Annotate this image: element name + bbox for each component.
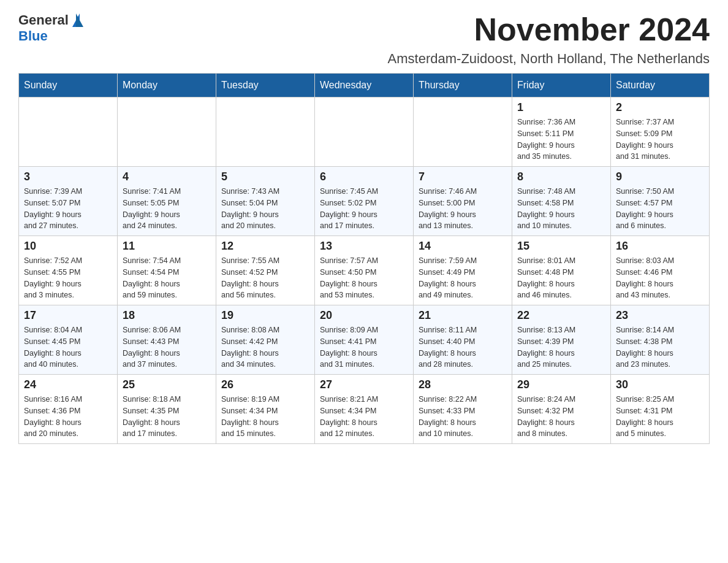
calendar-cell: 18Sunrise: 8:06 AM Sunset: 4:43 PM Dayli… (118, 305, 216, 375)
day-info: Sunrise: 7:41 AM Sunset: 5:05 PM Dayligh… (123, 186, 211, 232)
day-info: Sunrise: 8:24 AM Sunset: 4:32 PM Dayligh… (517, 394, 605, 440)
day-info: Sunrise: 7:59 AM Sunset: 4:49 PM Dayligh… (419, 255, 507, 301)
calendar-cell: 17Sunrise: 8:04 AM Sunset: 4:45 PM Dayli… (19, 305, 118, 375)
day-info: Sunrise: 8:04 AM Sunset: 4:45 PM Dayligh… (24, 324, 112, 370)
calendar-cell: 13Sunrise: 7:57 AM Sunset: 4:50 PM Dayli… (315, 236, 414, 305)
day-number: 25 (123, 378, 211, 391)
calendar-cell: 8Sunrise: 7:48 AM Sunset: 4:58 PM Daylig… (512, 167, 611, 236)
day-number: 18 (123, 309, 211, 322)
calendar-week-1: 1Sunrise: 7:36 AM Sunset: 5:11 PM Daylig… (19, 98, 710, 167)
title-area: November 2024 Amsterdam-Zuidoost, North … (388, 12, 710, 67)
day-number: 28 (419, 378, 507, 391)
day-number: 29 (517, 378, 605, 391)
calendar-cell: 15Sunrise: 8:01 AM Sunset: 4:48 PM Dayli… (512, 236, 611, 305)
day-number: 30 (616, 378, 704, 391)
page-header: General Blue November 2024 Amsterdam-Zui… (18, 12, 710, 67)
calendar-table: SundayMondayTuesdayWednesdayThursdayFrid… (18, 73, 710, 444)
calendar-body: 1Sunrise: 7:36 AM Sunset: 5:11 PM Daylig… (19, 98, 710, 444)
logo-triangles (71, 13, 83, 27)
subtitle: Amsterdam-Zuidoost, North Holland, The N… (388, 51, 710, 67)
day-info: Sunrise: 7:39 AM Sunset: 5:07 PM Dayligh… (24, 186, 112, 232)
calendar-cell: 5Sunrise: 7:43 AM Sunset: 5:04 PM Daylig… (216, 167, 315, 236)
calendar-cell: 19Sunrise: 8:08 AM Sunset: 4:42 PM Dayli… (216, 305, 315, 375)
calendar-cell: 26Sunrise: 8:19 AM Sunset: 4:34 PM Dayli… (216, 375, 315, 444)
day-number: 20 (320, 309, 408, 322)
calendar-cell: 29Sunrise: 8:24 AM Sunset: 4:32 PM Dayli… (512, 375, 611, 444)
main-title: November 2024 (388, 12, 710, 47)
calendar-week-4: 17Sunrise: 8:04 AM Sunset: 4:45 PM Dayli… (19, 305, 710, 375)
day-info: Sunrise: 8:03 AM Sunset: 4:46 PM Dayligh… (616, 255, 704, 301)
calendar-cell: 7Sunrise: 7:46 AM Sunset: 5:00 PM Daylig… (414, 167, 512, 236)
calendar-header: SundayMondayTuesdayWednesdayThursdayFrid… (19, 74, 710, 98)
day-number: 16 (616, 240, 704, 253)
day-number: 19 (221, 309, 309, 322)
day-info: Sunrise: 8:13 AM Sunset: 4:39 PM Dayligh… (517, 324, 605, 370)
day-info: Sunrise: 8:18 AM Sunset: 4:35 PM Dayligh… (123, 394, 211, 440)
day-info: Sunrise: 7:54 AM Sunset: 4:54 PM Dayligh… (123, 255, 211, 301)
day-info: Sunrise: 8:19 AM Sunset: 4:34 PM Dayligh… (221, 394, 309, 440)
day-info: Sunrise: 8:11 AM Sunset: 4:40 PM Dayligh… (419, 324, 507, 370)
calendar-cell (216, 98, 315, 167)
day-info: Sunrise: 8:06 AM Sunset: 4:43 PM Dayligh… (123, 324, 211, 370)
weekday-header-sunday: Sunday (19, 74, 118, 98)
day-info: Sunrise: 8:16 AM Sunset: 4:36 PM Dayligh… (24, 394, 112, 440)
calendar-cell: 9Sunrise: 7:50 AM Sunset: 4:57 PM Daylig… (611, 167, 710, 236)
day-number: 12 (221, 240, 309, 253)
day-info: Sunrise: 8:14 AM Sunset: 4:38 PM Dayligh… (616, 324, 704, 370)
day-info: Sunrise: 7:36 AM Sunset: 5:11 PM Dayligh… (517, 117, 605, 163)
weekday-header-saturday: Saturday (611, 74, 710, 98)
weekday-row: SundayMondayTuesdayWednesdayThursdayFrid… (19, 74, 710, 98)
calendar-week-3: 10Sunrise: 7:52 AM Sunset: 4:55 PM Dayli… (19, 236, 710, 305)
weekday-header-tuesday: Tuesday (216, 74, 315, 98)
calendar-cell: 21Sunrise: 8:11 AM Sunset: 4:40 PM Dayli… (414, 305, 512, 375)
day-info: Sunrise: 7:52 AM Sunset: 4:55 PM Dayligh… (24, 255, 112, 301)
day-number: 26 (221, 378, 309, 391)
day-number: 5 (221, 170, 309, 183)
day-number: 9 (616, 170, 704, 183)
calendar-cell: 6Sunrise: 7:45 AM Sunset: 5:02 PM Daylig… (315, 167, 414, 236)
day-number: 8 (517, 170, 605, 183)
day-number: 1 (517, 101, 605, 114)
day-info: Sunrise: 7:48 AM Sunset: 4:58 PM Dayligh… (517, 186, 605, 232)
logo-blue-text: Blue (18, 28, 48, 44)
day-info: Sunrise: 7:43 AM Sunset: 5:04 PM Dayligh… (221, 186, 309, 232)
calendar-cell (19, 98, 118, 167)
calendar-cell: 11Sunrise: 7:54 AM Sunset: 4:54 PM Dayli… (118, 236, 216, 305)
day-info: Sunrise: 8:25 AM Sunset: 4:31 PM Dayligh… (616, 394, 704, 440)
logo: General Blue (18, 12, 83, 44)
day-number: 4 (123, 170, 211, 183)
calendar-cell: 27Sunrise: 8:21 AM Sunset: 4:34 PM Dayli… (315, 375, 414, 444)
weekday-header-monday: Monday (118, 74, 216, 98)
calendar-cell: 24Sunrise: 8:16 AM Sunset: 4:36 PM Dayli… (19, 375, 118, 444)
calendar-cell: 2Sunrise: 7:37 AM Sunset: 5:09 PM Daylig… (611, 98, 710, 167)
calendar-cell: 4Sunrise: 7:41 AM Sunset: 5:05 PM Daylig… (118, 167, 216, 236)
day-number: 23 (616, 309, 704, 322)
calendar-cell: 23Sunrise: 8:14 AM Sunset: 4:38 PM Dayli… (611, 305, 710, 375)
calendar-cell (414, 98, 512, 167)
day-info: Sunrise: 7:45 AM Sunset: 5:02 PM Dayligh… (320, 186, 408, 232)
day-number: 21 (419, 309, 507, 322)
calendar-cell: 30Sunrise: 8:25 AM Sunset: 4:31 PM Dayli… (611, 375, 710, 444)
day-number: 7 (419, 170, 507, 183)
weekday-header-thursday: Thursday (414, 74, 512, 98)
day-number: 6 (320, 170, 408, 183)
calendar-cell: 3Sunrise: 7:39 AM Sunset: 5:07 PM Daylig… (19, 167, 118, 236)
logo-general-text: General (18, 12, 69, 28)
calendar-week-5: 24Sunrise: 8:16 AM Sunset: 4:36 PM Dayli… (19, 375, 710, 444)
calendar-cell (315, 98, 414, 167)
calendar-cell: 20Sunrise: 8:09 AM Sunset: 4:41 PM Dayli… (315, 305, 414, 375)
day-number: 3 (24, 170, 112, 183)
calendar-cell: 14Sunrise: 7:59 AM Sunset: 4:49 PM Dayli… (414, 236, 512, 305)
day-number: 2 (616, 101, 704, 114)
calendar-week-2: 3Sunrise: 7:39 AM Sunset: 5:07 PM Daylig… (19, 167, 710, 236)
day-number: 27 (320, 378, 408, 391)
day-number: 15 (517, 240, 605, 253)
day-number: 24 (24, 378, 112, 391)
weekday-header-friday: Friday (512, 74, 611, 98)
calendar-cell: 28Sunrise: 8:22 AM Sunset: 4:33 PM Dayli… (414, 375, 512, 444)
day-info: Sunrise: 8:21 AM Sunset: 4:34 PM Dayligh… (320, 394, 408, 440)
day-info: Sunrise: 7:46 AM Sunset: 5:00 PM Dayligh… (419, 186, 507, 232)
calendar-cell: 22Sunrise: 8:13 AM Sunset: 4:39 PM Dayli… (512, 305, 611, 375)
calendar-cell: 25Sunrise: 8:18 AM Sunset: 4:35 PM Dayli… (118, 375, 216, 444)
logo-triangle-left (76, 13, 83, 27)
